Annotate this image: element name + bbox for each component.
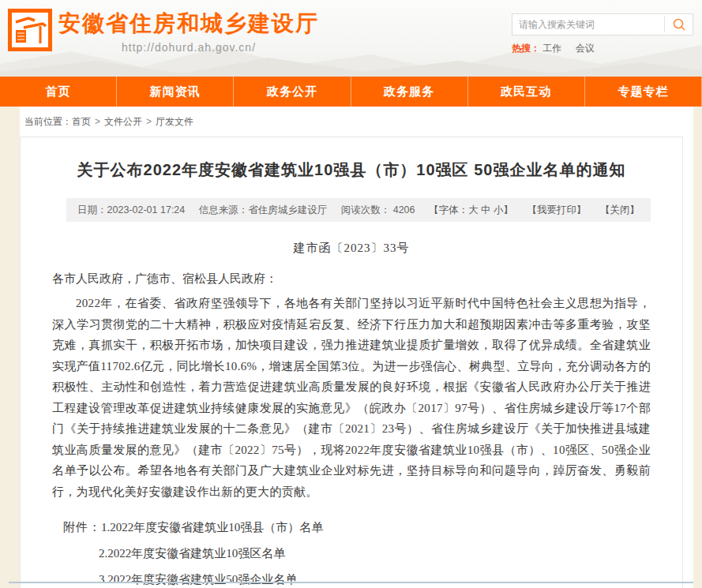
main-content: 当前位置：首页>文件公开>厅发文件 关于公布2022年度安徽省建筑业10强县（市…	[20, 107, 693, 588]
breadcrumb: 当前位置：首页>文件公开>厅发文件	[20, 107, 693, 137]
footer-divider	[9, 582, 693, 583]
breadcrumb-label: 当前位置：	[24, 116, 72, 127]
close-button[interactable]: 【关闭】	[600, 204, 640, 215]
search-area: 热搜： 工作 会议	[512, 13, 693, 54]
main-nav: 首页 新闻资讯 政务公开 政务服务 政民互动 专题专栏	[0, 77, 702, 107]
page: 安徽省住房和城乡建设厅 http://dohurd.ah.gov.cn/ 热搜：…	[0, 0, 702, 588]
anhui-construction-seal-icon	[8, 9, 52, 51]
breadcrumb-home[interactable]: 首页	[72, 116, 91, 127]
body-paragraph: 2022年，在省委、省政府坚强领导下，各地各有关部门坚持以习近平新时代中国特色社…	[52, 293, 651, 502]
attachment-row: 附件：1.2022年度安徽省建筑业10强县（市）名单	[63, 515, 651, 541]
search-box	[512, 13, 693, 36]
site-header: 安徽省住房和城乡建设厅 http://dohurd.ah.gov.cn/ 热搜：…	[0, 0, 702, 77]
meta-views: 阅读次数： 4206	[341, 204, 415, 215]
hot-search-item-meeting[interactable]: 会议	[576, 43, 595, 54]
site-url: http://dohurd.ah.gov.cn/	[58, 41, 319, 54]
nav-item-gov-services[interactable]: 政务服务	[351, 77, 468, 107]
meta-source: 信息来源：省住房城乡建设厅	[199, 204, 328, 215]
attachment-row: 3.2022年度安徽省建筑业50强企业名单	[63, 567, 651, 588]
article-meta-bar: 日期：2023-02-01 17:24 信息来源：省住房城乡建设厅 阅读次数： …	[66, 198, 651, 222]
nav-item-special-topics[interactable]: 专题专栏	[585, 77, 702, 107]
article-body: 建市函〔2023〕33号 各市人民政府，广德市、宿松县人民政府： 2022年，在…	[52, 241, 651, 588]
breadcrumb-dept-files[interactable]: 厅发文件	[156, 116, 193, 127]
nav-item-home[interactable]: 首页	[0, 77, 117, 107]
meta-date: 日期：2023-02-01 17:24	[77, 204, 185, 215]
attachments-list: 附件：1.2022年度安徽省建筑业10强县（市）名单 2.2022年度安徽省建筑…	[63, 515, 651, 588]
search-input[interactable]	[512, 14, 664, 35]
attachments-label: 附件：	[63, 521, 101, 534]
font-size-control[interactable]: 【字体：大 中 小】	[429, 204, 513, 215]
nav-item-gov-disclosure[interactable]: 政务公开	[234, 77, 351, 107]
site-title: 安徽省住房和城乡建设厅	[58, 11, 319, 36]
hot-search-item-work[interactable]: 工作	[542, 43, 561, 54]
attachment-link-3[interactable]: 3.2022年度安徽省建筑业50强企业名单	[99, 573, 297, 586]
print-button[interactable]: 【我要打印】	[527, 204, 586, 215]
breadcrumb-separator: >	[95, 116, 100, 127]
nav-item-news[interactable]: 新闻资讯	[117, 77, 234, 107]
site-logo[interactable]	[8, 9, 52, 51]
attachment-link-1[interactable]: 1.2022年度安徽省建筑业10强县（市）名单	[101, 521, 323, 534]
hot-search: 热搜： 工作 会议	[512, 42, 693, 54]
article-box: 关于公布2022年度安徽省建筑业10强县（市）10强区 50强企业名单的通知 日…	[20, 137, 683, 588]
breadcrumb-separator: >	[146, 116, 152, 127]
article-title: 关于公布2022年度安徽省建筑业10强县（市）10强区 50强企业名单的通知	[52, 158, 651, 182]
attachment-link-2[interactable]: 2.2022年度安徽省建筑业10强区名单	[99, 547, 285, 560]
search-icon	[672, 17, 686, 32]
search-button[interactable]	[664, 17, 693, 32]
hot-search-label: 热搜：	[512, 43, 540, 54]
attachment-row: 2.2022年度安徽省建筑业10强区名单	[63, 541, 651, 567]
nav-item-interaction[interactable]: 政民互动	[468, 77, 585, 107]
document-number: 建市函〔2023〕33号	[52, 241, 651, 256]
site-ident: 安徽省住房和城乡建设厅 http://dohurd.ah.gov.cn/	[58, 11, 319, 54]
salutation: 各市人民政府，广德市、宿松县人民政府：	[52, 268, 651, 289]
breadcrumb-documents[interactable]: 文件公开	[104, 116, 142, 127]
